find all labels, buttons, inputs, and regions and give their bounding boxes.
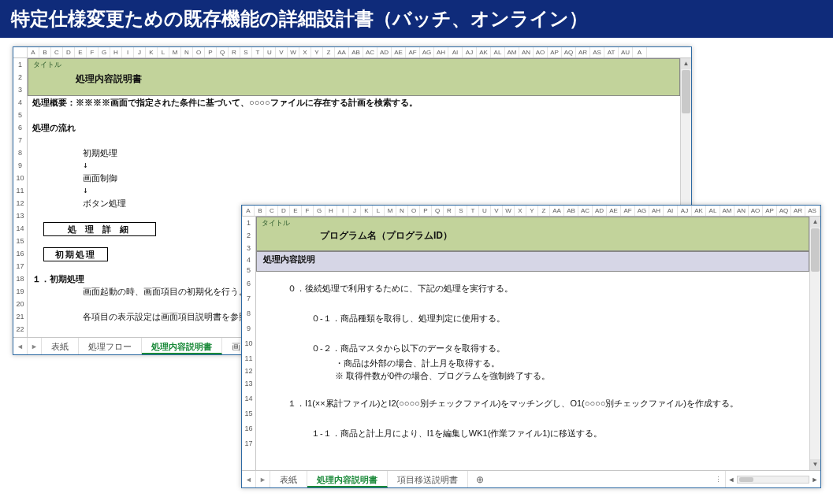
row-number[interactable]: 7 [13, 134, 27, 146]
col-header[interactable]: AU [619, 47, 633, 57]
col-header[interactable]: D [278, 206, 290, 216]
col-header[interactable]: P [420, 206, 432, 216]
col-header[interactable]: J [349, 206, 361, 216]
col-header[interactable]: AL [706, 206, 720, 216]
col-header[interactable]: AA [335, 47, 349, 57]
col-header[interactable]: B [255, 206, 266, 216]
scroll-up-icon[interactable]: ▲ [810, 217, 820, 228]
cell-text[interactable]: ・商品は外部の場合、計上月を取得する。 [256, 357, 809, 369]
col-header[interactable]: AG [420, 47, 434, 57]
sheet-tab[interactable]: 処理フロー [79, 338, 142, 354]
col-header[interactable]: C [266, 206, 278, 216]
cell-text[interactable]: 初期処理 [28, 146, 680, 159]
col-header[interactable]: AQ [777, 206, 791, 216]
scroll-thumb[interactable] [739, 477, 753, 482]
col-header[interactable]: R [444, 206, 456, 216]
sheet-tab[interactable]: 表紙 [42, 338, 79, 354]
row-number[interactable]: 7 [242, 292, 255, 305]
col-header[interactable]: K [146, 47, 158, 57]
col-header[interactable]: AK [692, 206, 706, 216]
row-number[interactable]: 8 [13, 146, 27, 159]
row-number[interactable]: 14 [13, 222, 27, 235]
col-header[interactable]: N [181, 47, 193, 57]
col-header[interactable]: AJ [678, 206, 692, 216]
row-number[interactable]: 10 [242, 335, 255, 352]
row-number[interactable]: 19 [13, 285, 27, 298]
row-number[interactable]: 17 [242, 437, 255, 450]
scroll-left-icon[interactable]: ◄ [726, 476, 737, 484]
col-header[interactable]: O [408, 206, 420, 216]
col-header[interactable]: AR [791, 206, 805, 216]
scroll-thumb[interactable] [811, 228, 820, 272]
row-number[interactable]: 5 [242, 265, 255, 275]
col-header[interactable]: R [229, 47, 240, 57]
col-header[interactable]: Q [432, 206, 444, 216]
col-header[interactable]: T [252, 47, 264, 57]
sheet-tab-active[interactable]: 処理内容説明書 [307, 471, 388, 487]
col-header[interactable]: D [63, 47, 75, 57]
col-header[interactable]: AO [534, 47, 548, 57]
col-header[interactable]: AM [720, 206, 734, 216]
col-header[interactable]: AM [505, 47, 519, 57]
col-header[interactable]: C [51, 47, 63, 57]
scroll-track[interactable] [737, 476, 809, 484]
scroll-thumb[interactable] [682, 70, 690, 113]
row-number[interactable]: 10 [13, 172, 27, 184]
cell-text[interactable]: 処理の流れ [28, 121, 680, 134]
row-number[interactable]: 4 [242, 254, 255, 265]
col-header[interactable]: X [299, 47, 311, 57]
row-number[interactable]: 3 [242, 242, 255, 254]
row-number[interactable]: 15 [13, 235, 27, 247]
scroll-up-icon[interactable]: ▲ [681, 58, 691, 69]
col-header[interactable]: M [169, 47, 181, 57]
col-header[interactable]: Z [323, 47, 335, 57]
cell-text[interactable]: ０-２．商品マスタから以下のデータを取得する。 [256, 339, 809, 357]
row-number[interactable]: 5 [13, 109, 27, 121]
col-header[interactable]: U [264, 47, 276, 57]
row-number[interactable]: 16 [242, 420, 255, 437]
col-header[interactable]: Y [311, 47, 323, 57]
tab-nav-right-icon[interactable]: ► [256, 471, 270, 487]
row-number[interactable]: 9 [242, 322, 255, 335]
col-header[interactable]: H [110, 47, 122, 57]
col-header[interactable]: T [467, 206, 479, 216]
col-header[interactable]: A [28, 47, 39, 57]
sheet-tab[interactable]: 項目移送説明書 [388, 471, 468, 487]
col-header[interactable]: AH [434, 47, 448, 57]
col-header[interactable]: AP [548, 47, 562, 57]
col-header[interactable]: AS [805, 206, 820, 216]
col-header[interactable]: K [361, 206, 373, 216]
col-header[interactable]: M [385, 206, 396, 216]
col-header[interactable]: W [503, 206, 515, 216]
col-header[interactable]: G [99, 47, 110, 57]
row-number[interactable]: 20 [13, 298, 27, 310]
sheet-tab-active[interactable]: 処理内容説明書 [142, 338, 222, 354]
col-header[interactable]: E [290, 206, 302, 216]
cell-text[interactable]: １-１．商品と計上月により、I1を編集しWK1(作業ファイル1)に移送する。 [256, 424, 809, 442]
col-header[interactable]: V [276, 47, 288, 57]
tab-nav-left-icon[interactable]: ◄ [242, 471, 256, 487]
col-header[interactable]: AH [649, 206, 664, 216]
col-header[interactable]: AN [519, 47, 534, 57]
row-number[interactable]: 2 [242, 229, 255, 242]
col-header[interactable]: AF [406, 47, 420, 57]
row-number[interactable]: 13 [242, 377, 255, 390]
col-header[interactable]: AC [578, 206, 593, 216]
row-number[interactable]: 12 [242, 365, 255, 377]
cell-text[interactable]: ※ 取得件数が0件の場合、プログラムを強制終了する。 [256, 369, 809, 382]
col-header[interactable]: AJ [463, 47, 477, 57]
tab-nav-right-icon[interactable]: ► [28, 338, 42, 354]
row-number[interactable]: 9 [13, 159, 27, 172]
cell-text[interactable]: 画面制御 [28, 172, 680, 184]
col-header[interactable]: O [193, 47, 205, 57]
col-header[interactable]: AD [593, 206, 607, 216]
col-header[interactable]: AI [448, 47, 463, 57]
col-header[interactable]: U [479, 206, 491, 216]
col-header[interactable]: AL [491, 47, 505, 57]
col-header[interactable]: H [325, 206, 337, 216]
col-header[interactable]: A [633, 47, 647, 57]
col-header[interactable]: X [515, 206, 526, 216]
col-header[interactable]: AK [477, 47, 491, 57]
col-header[interactable]: AC [363, 47, 377, 57]
col-header[interactable]: G [314, 206, 325, 216]
